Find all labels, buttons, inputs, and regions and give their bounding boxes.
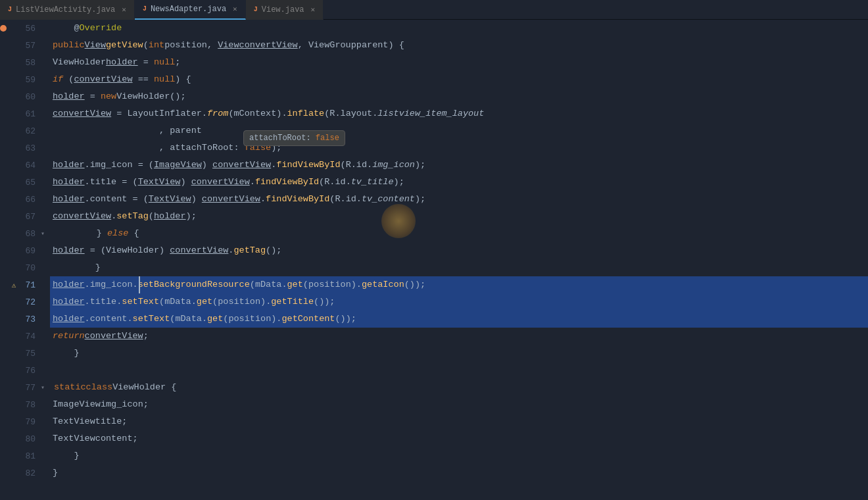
code-line: 78 ImageView img_icon; (0, 396, 868, 413)
close-tab-icon[interactable]: ✕ (233, 5, 237, 13)
line-gutter: 80 (0, 430, 50, 447)
java-icon: J (254, 6, 258, 13)
code-content: } (50, 464, 868, 482)
code-line: 73 holder.content.setText(mData.get(posi… (0, 311, 868, 328)
line-gutter: 58 (0, 54, 50, 71)
line-gutter: 78 (0, 396, 50, 413)
line-number: 76 (21, 366, 36, 376)
line-number: 82 (21, 468, 36, 478)
java-icon: J (8, 6, 12, 13)
tab-label: View.java (262, 5, 304, 14)
line-gutter: 73 (0, 311, 50, 328)
ide-window: J ListViewActivity.java ✕ J NewsAdapter.… (0, 0, 868, 500)
code-line: 79 TextView title; (0, 413, 868, 430)
warning-icon: ⚠ (9, 280, 18, 289)
parameter-hint-tooltip: attachToRoot: false (243, 130, 345, 146)
code-line: 65 holder.title = (TextView) convertView… (0, 174, 868, 191)
line-gutter: 79 (0, 413, 50, 430)
code-content: if (convertView == null) { (50, 71, 868, 88)
line-gutter: 56 (0, 20, 50, 37)
close-tab-icon[interactable]: ✕ (122, 5, 126, 14)
line-number: 74 (21, 332, 36, 341)
code-line: 62 , parent (0, 122, 868, 139)
code-content: } (50, 447, 868, 464)
fold-icon[interactable]: ▾ (38, 383, 47, 392)
code-content: holder.title.setText(mData.get(position)… (50, 293, 868, 311)
line-number: 70 (21, 263, 36, 273)
line-gutter: 64 (0, 157, 50, 174)
line-gutter: 57 (0, 37, 50, 54)
code-line: ⚠71 holder.img_icon.setBackgroundResourc… (0, 276, 868, 293)
line-gutter: 61 (0, 105, 50, 122)
code-content: @Override (50, 20, 868, 37)
line-gutter: 63 (0, 139, 50, 157)
line-number: 66 (21, 195, 36, 205)
tab-listviewactivity[interactable]: J ListViewActivity.java ✕ (0, 0, 135, 20)
code-line: 60 holder = new ViewHolder(); (0, 88, 868, 105)
code-line: 82} (0, 464, 868, 482)
code-content: , parent (50, 122, 868, 139)
code-line: 66 holder.content = (TextView) convertVi… (0, 191, 868, 208)
code-line: 61 convertView = LayoutInflater.from(mCo… (0, 105, 868, 122)
line-number: 60 (21, 92, 36, 102)
line-gutter: 72 (0, 293, 50, 311)
line-number: 81 (21, 451, 36, 461)
line-gutter: 76 (0, 362, 50, 379)
line-number: 65 (21, 178, 36, 188)
breakpoint-icon[interactable] (0, 25, 7, 32)
fold-icon[interactable]: ▾ (38, 229, 47, 238)
code-line: 68▾ } else { (0, 225, 868, 242)
line-gutter: 66 (0, 191, 50, 208)
code-content: holder.img_icon = (ImageView) convertVie… (50, 157, 868, 174)
code-content: convertView = LayoutInflater.from(mConte… (50, 105, 868, 122)
line-gutter: 65 (0, 174, 50, 191)
code-content: , attachToRoot: false); (50, 139, 868, 157)
text-cursor (139, 276, 140, 293)
line-number: 69 (21, 246, 36, 256)
code-content (50, 362, 868, 379)
code-line: 64 holder.img_icon = (ImageView) convert… (0, 157, 868, 174)
line-gutter: 59 (0, 71, 50, 88)
line-number: 77 (21, 383, 36, 393)
close-tab-icon[interactable]: ✕ (311, 5, 316, 14)
line-number: 78 (21, 400, 36, 410)
line-gutter: 67 (0, 208, 50, 225)
line-number: 63 (21, 143, 36, 153)
line-number: 56 (21, 24, 36, 34)
code-line: 76 (0, 362, 868, 379)
code-content: holder.img_icon.setBackgroundResource(mD… (50, 276, 868, 293)
code-line: 63 , attachToRoot: false); (0, 139, 868, 157)
tab-newsadapter[interactable]: J NewsAdapter.java ✕ (135, 0, 246, 20)
line-gutter: 69 (0, 242, 50, 259)
code-content: } (50, 345, 868, 362)
code-content: ViewHolder holder = null; (50, 54, 868, 71)
code-line: 59 if (convertView == null) { (0, 71, 868, 88)
line-gutter: 68▾ (0, 225, 51, 242)
code-line: 56 @Override (0, 20, 868, 37)
code-line: 67 convertView.setTag(holder); (0, 208, 868, 225)
code-content: holder = new ViewHolder(); (50, 88, 868, 105)
code-content: ImageView img_icon; (50, 396, 868, 413)
line-gutter: 60 (0, 88, 50, 105)
code-content: holder = (ViewHolder) convertView.getTag… (50, 242, 868, 259)
code-line: 57 public View getView(int position, Vie… (0, 37, 868, 54)
line-number: 75 (21, 349, 36, 359)
line-number: 71 (21, 280, 36, 290)
code-content: static class ViewHolder { (51, 379, 868, 396)
code-content: } (50, 259, 868, 276)
code-line: 75 } (0, 345, 868, 362)
tab-view[interactable]: J View.java ✕ (246, 0, 324, 20)
tab-bar: J ListViewActivity.java ✕ J NewsAdapter.… (0, 0, 868, 20)
code-line: 70 } (0, 259, 868, 276)
line-gutter: 74 (0, 328, 50, 345)
java-icon: J (143, 5, 147, 12)
code-line: 80 TextView content; (0, 430, 868, 447)
code-area[interactable]: 56 @Override57 public View getView(int p… (0, 20, 868, 500)
code-line: 81 } (0, 447, 868, 464)
line-number: 64 (21, 161, 36, 170)
code-content: TextView title; (50, 413, 868, 430)
code-line: 72 holder.title.setText(mData.get(positi… (0, 293, 868, 311)
line-number: 62 (21, 126, 36, 136)
code-content: TextView content; (50, 430, 868, 447)
line-gutter: ⚠71 (0, 276, 50, 293)
